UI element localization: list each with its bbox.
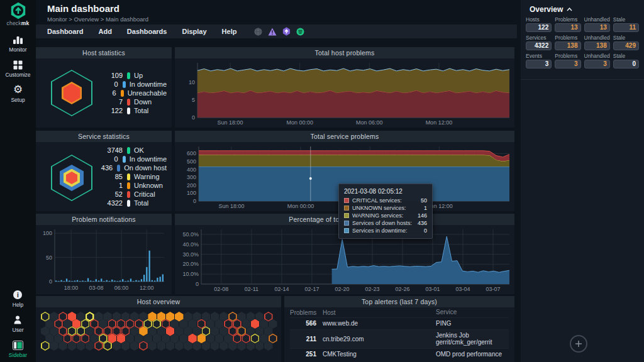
svg-text:18:00: 18:00 [64, 285, 79, 291]
svg-text:100: 100 [43, 230, 52, 236]
host-hexagon-inner [153, 320, 160, 327]
host-overview-hexgrid [41, 312, 279, 362]
overview-cell-value[interactable]: 3 [584, 60, 610, 69]
stat-row-unreachable[interactable]: 6Unreachable [96, 89, 167, 97]
total-host-problems-chart[interactable]: 0510Sun 18:00Mon 00:00Mon 06:00Mon 12:00 [176, 60, 513, 126]
breadcrumb[interactable]: Monitor > Overview > Main dashboard [47, 16, 148, 23]
stat-row-in-downtime[interactable]: 0In downtime [96, 80, 167, 88]
add-snapin-button[interactable] [570, 335, 587, 353]
host-hexagon-inner [230, 327, 236, 335]
stat-value: 3748 [96, 146, 123, 154]
overview-cell-label: Problems [555, 53, 580, 60]
status-color-pill [117, 165, 120, 172]
stat-row-unknown[interactable]: 1Unknown [96, 182, 167, 189]
overview-cell-stale[interactable]: Stale11 [613, 16, 639, 32]
overview-cell-value[interactable]: 13 [555, 23, 580, 32]
menu-dashboard[interactable]: Dashboard [47, 28, 83, 35]
overview-cell-unhandled[interactable]: Unhandled138 [584, 35, 610, 50]
overview-cell-problems[interactable]: Problems13 [555, 16, 580, 32]
table-row[interactable]: 251CMKTestingOMD prod performance [290, 348, 509, 360]
stat-value: 122 [96, 107, 123, 114]
warning-icon[interactable] [268, 28, 277, 36]
stat-label: Down [134, 98, 152, 106]
svg-text:02-08: 02-08 [214, 286, 228, 292]
status-color-pill [127, 107, 130, 114]
cell-host[interactable]: CMKTesting [323, 351, 436, 358]
host-statistics-hexagon[interactable] [51, 70, 92, 116]
overview-cell-value[interactable]: 429 [613, 41, 639, 50]
menubar-icons [254, 27, 304, 36]
stat-value: 52 [96, 190, 123, 198]
stat-row-ok[interactable]: 3748OK [96, 146, 167, 154]
overview-cell-value[interactable]: 138 [555, 41, 580, 50]
stat-row-critical[interactable]: 52Critical [96, 190, 167, 198]
host-hexagon-inner [203, 327, 209, 335]
sidebar-item-sidebar-toggle[interactable]: Sidebar [9, 339, 27, 358]
overview-cell-value[interactable]: 122 [526, 23, 552, 32]
overview-cell-problems[interactable]: Problems138 [555, 35, 580, 50]
stat-row-in-downtime[interactable]: 0In downtime [96, 155, 167, 163]
stat-value: 6 [96, 89, 116, 97]
stat-row-total[interactable]: 4322Total [96, 199, 167, 207]
status-color-pill [127, 191, 130, 198]
overview-cell-value[interactable]: 138 [584, 41, 610, 50]
overview-cell-value[interactable]: 3 [555, 60, 580, 69]
stat-row-down[interactable]: 7Down [96, 98, 167, 106]
checkmk-logo[interactable]: checkmk [0, 0, 36, 28]
stat-label: On down host [124, 164, 167, 172]
overview-cell-hosts[interactable]: Hosts122 [526, 16, 552, 32]
cell-service[interactable]: PING [436, 318, 509, 329]
svg-text:Mon 06:00: Mon 06:00 [356, 119, 383, 126]
overview-cell-value[interactable]: 13 [584, 23, 610, 32]
overview-cell-unhandled[interactable]: Unhandled13 [584, 16, 610, 32]
overview-cell-stale[interactable]: Stale429 [613, 35, 639, 50]
menu-help[interactable]: Help [222, 28, 237, 35]
overview-cell-stale[interactable]: Stale0 [613, 53, 639, 69]
menu-add[interactable]: Add [98, 28, 111, 35]
overview-cell-value[interactable]: 4322 [526, 41, 552, 50]
status-color-pill [121, 90, 124, 97]
stat-row-total[interactable]: 122Total [96, 107, 167, 114]
sidebar-item-user[interactable]: User [13, 314, 24, 333]
stat-row-warning[interactable]: 85Warning [96, 173, 167, 180]
overview-cell-unhandled[interactable]: Unhandled3 [584, 53, 610, 69]
stat-value: 1 [96, 182, 123, 189]
overview-snapin-header[interactable]: Overview [530, 5, 572, 14]
cell-service[interactable]: OMD prod performance [436, 349, 509, 360]
sidebar-item-monitor[interactable]: Monitor [9, 34, 26, 53]
overview-cell-services[interactable]: Services4322 [526, 35, 552, 50]
cell-host[interactable]: cn.tribe29.com [323, 336, 436, 343]
checkmk-version-icon[interactable] [282, 27, 291, 36]
service-statistics-hexagon[interactable] [51, 155, 92, 201]
status-color-pill [123, 156, 126, 163]
svg-text:Mon 00:00: Mon 00:00 [286, 119, 313, 126]
host-hexagon-inner [82, 334, 88, 342]
menubar: DashboardAddDashboardsDisplayHelp [36, 25, 517, 38]
overview-cell-value[interactable]: 3 [526, 60, 552, 69]
overview-cell-value[interactable]: 0 [613, 60, 639, 69]
svg-text:03-04: 03-04 [455, 286, 470, 292]
svg-text:50: 50 [46, 255, 52, 261]
svg-text:02-26: 02-26 [395, 286, 409, 292]
svg-text:10: 10 [189, 79, 195, 85]
overview-cell-events[interactable]: Events3 [526, 53, 552, 69]
stat-row-up[interactable]: 109Up [96, 72, 167, 79]
problem-notifications-chart[interactable]: 05010018:0003-0806:0012:00 [37, 226, 168, 292]
tooltip-label: Services of down hosts: [352, 220, 418, 226]
cell-service[interactable]: Jenkins Job gerrit/cmk_ger/gerrit [436, 330, 509, 348]
globe-icon[interactable] [254, 28, 262, 36]
table-row[interactable]: 211cn.tribe29.comJenkins Job gerrit/cmk_… [290, 329, 509, 348]
menu-dashboards[interactable]: Dashboards [127, 28, 167, 35]
overview-cell-problems[interactable]: Problems3 [555, 53, 580, 69]
table-row[interactable]: 566www.web.dePING [290, 317, 509, 329]
cell-host[interactable]: www.web.de [323, 320, 436, 327]
menu-display[interactable]: Display [182, 28, 206, 35]
messages-icon[interactable] [296, 28, 304, 36]
sidebar-item-setup[interactable]: ⚙ Setup [11, 84, 25, 103]
overview-cell-value[interactable]: 11 [613, 23, 639, 32]
grid-icon [13, 59, 23, 70]
overview-cell-label: Stale [613, 35, 639, 41]
stat-row-on-down-host[interactable]: 436On down host [96, 164, 167, 172]
sidebar-item-help[interactable]: i Help [13, 289, 23, 308]
sidebar-item-customize[interactable]: Customize [5, 59, 30, 78]
